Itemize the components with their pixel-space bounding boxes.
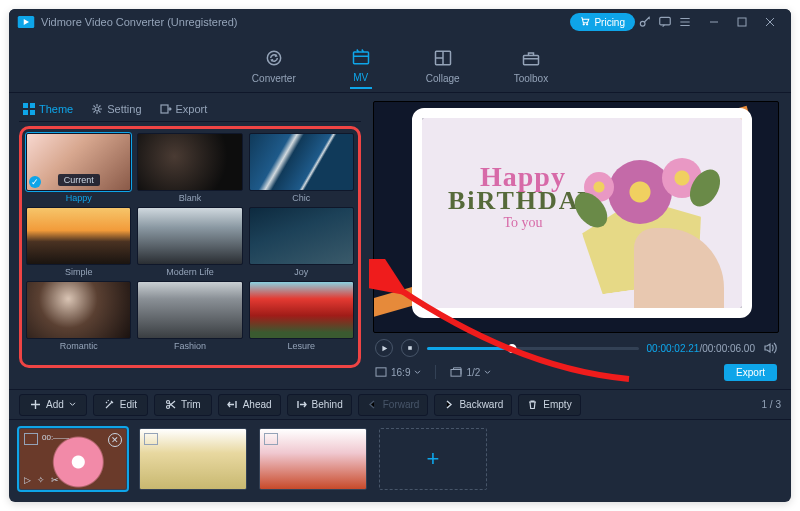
app-logo-icon: [17, 15, 35, 29]
theme-blank[interactable]: Blank: [137, 133, 242, 203]
play-icon[interactable]: ▷: [24, 475, 31, 485]
add-clip-button[interactable]: +: [379, 428, 487, 490]
svg-point-3: [587, 24, 588, 25]
wand-icon: [104, 399, 115, 410]
theme-simple[interactable]: Simple: [26, 207, 131, 277]
svg-rect-5: [660, 17, 671, 25]
subtab-theme[interactable]: Theme: [23, 103, 73, 115]
theme-label: Romantic: [60, 341, 98, 351]
theme-label: Joy: [294, 267, 308, 277]
subtab-export[interactable]: Export: [160, 103, 208, 115]
converter-icon: [263, 47, 285, 69]
ahead-icon: [227, 399, 238, 410]
theme-lesure[interactable]: Lesure: [249, 281, 354, 351]
theme-happy[interactable]: Current ✓ Happy: [26, 133, 131, 203]
svg-rect-20: [451, 370, 461, 377]
svg-rect-11: [23, 103, 28, 108]
backward-icon: [443, 399, 454, 410]
maximize-button[interactable]: [729, 13, 755, 31]
check-icon: ✓: [29, 176, 41, 188]
subtab-setting[interactable]: Setting: [91, 103, 141, 115]
subtab-label: Setting: [107, 103, 141, 115]
export-button[interactable]: Export: [724, 364, 777, 381]
time-total: /00:00:06.00: [699, 343, 755, 354]
clip-3[interactable]: [259, 428, 367, 490]
svg-rect-13: [23, 110, 28, 115]
progress-slider[interactable]: [427, 347, 639, 350]
pricing-button[interactable]: Pricing: [570, 13, 635, 31]
remove-clip-button[interactable]: ✕: [108, 433, 122, 447]
menu-icon[interactable]: [675, 12, 695, 32]
theme-label: Lesure: [288, 341, 316, 351]
trim-button[interactable]: Trim: [154, 394, 212, 416]
preview-controls: 00:00:02.21/00:00:06.00: [373, 337, 779, 359]
empty-button[interactable]: Empty: [518, 394, 580, 416]
edit-button[interactable]: Edit: [93, 394, 148, 416]
subtab-label: Theme: [39, 103, 73, 115]
grid-icon: [23, 103, 35, 115]
tape-decoration: [373, 284, 427, 318]
svg-rect-8: [353, 52, 368, 64]
tool-label: Ahead: [243, 399, 272, 410]
subtab-label: Export: [176, 103, 208, 115]
key-icon[interactable]: [635, 12, 655, 32]
svg-point-4: [640, 21, 645, 26]
theme-grid: Current ✓ Happy Blank Chic: [26, 133, 354, 351]
clip-time: 00:——: [42, 433, 69, 442]
svg-rect-16: [161, 105, 168, 113]
stop-button[interactable]: [401, 339, 419, 357]
svg-point-7: [267, 51, 280, 64]
svg-rect-18: [408, 346, 412, 350]
theme-panel: Theme Setting Export Current ✓: [9, 93, 369, 389]
theme-label: Fashion: [174, 341, 206, 351]
mode-collage[interactable]: Collage: [426, 47, 460, 88]
theme-joy[interactable]: Joy: [249, 207, 354, 277]
mode-mv[interactable]: MV: [350, 46, 372, 89]
aspect-ratio-button[interactable]: 16:9: [375, 367, 421, 378]
backward-button[interactable]: Backward: [434, 394, 512, 416]
bouquet-illustration: [544, 128, 724, 308]
tool-label: Trim: [181, 399, 201, 410]
svg-marker-17: [382, 345, 387, 351]
plus-icon: +: [427, 446, 440, 472]
volume-icon[interactable]: [763, 341, 777, 355]
svg-rect-10: [523, 56, 538, 65]
play-button[interactable]: [375, 339, 393, 357]
theme-modern-life[interactable]: Modern Life: [137, 207, 242, 277]
mode-label: Toolbox: [514, 73, 548, 84]
timeline: 00:—— ✕ ▷ ✧ ✂ +: [9, 419, 791, 497]
tool-label: Forward: [383, 399, 420, 410]
clip-1[interactable]: 00:—— ✕ ▷ ✧ ✂: [19, 428, 127, 490]
close-button[interactable]: [757, 13, 783, 31]
gear-icon: [91, 103, 103, 115]
wand-icon[interactable]: ✧: [37, 475, 45, 485]
tool-label: Empty: [543, 399, 571, 410]
preview-panel: Happy BiRTHDAY To you: [369, 93, 791, 389]
mv-icon: [350, 46, 372, 68]
forward-button[interactable]: Forward: [358, 394, 429, 416]
page-indicator[interactable]: 1/2: [450, 367, 491, 378]
mode-converter[interactable]: Converter: [252, 47, 296, 88]
chevron-down-icon: [69, 402, 76, 407]
mode-toolbox[interactable]: Toolbox: [514, 47, 548, 88]
add-button[interactable]: Add: [19, 394, 87, 416]
scissors-icon[interactable]: ✂: [51, 475, 59, 485]
aspect-label: 16:9: [391, 367, 410, 378]
feedback-icon[interactable]: [655, 12, 675, 32]
minimize-button[interactable]: [701, 13, 727, 31]
mode-nav: Converter MV Collage Toolbox: [9, 35, 791, 93]
mode-label: Collage: [426, 73, 460, 84]
toolbox-icon: [520, 47, 542, 69]
theme-fashion[interactable]: Fashion: [137, 281, 242, 351]
preview-area[interactable]: Happy BiRTHDAY To you: [373, 101, 779, 333]
image-placeholder-icon: [264, 433, 278, 445]
preview-card: Happy BiRTHDAY To you: [422, 118, 742, 308]
ahead-button[interactable]: Ahead: [218, 394, 281, 416]
svg-rect-12: [30, 103, 35, 108]
svg-rect-19: [376, 368, 386, 376]
theme-chic[interactable]: Chic: [249, 133, 354, 203]
behind-button[interactable]: Behind: [287, 394, 352, 416]
clip-2[interactable]: [139, 428, 247, 490]
pricing-label: Pricing: [594, 17, 625, 28]
theme-romantic[interactable]: Romantic: [26, 281, 131, 351]
